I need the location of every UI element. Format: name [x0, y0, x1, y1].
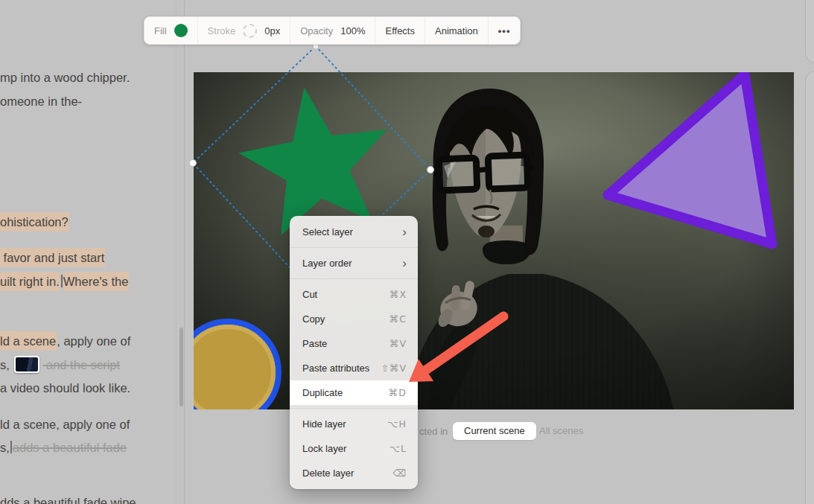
menu-item-paste-attributes[interactable]: Paste attributes⇧⌘V [290, 356, 418, 380]
stroke-width-value[interactable]: 0px [264, 25, 280, 36]
script-text-segment: favor and just start [0, 248, 105, 267]
more-options-button[interactable]: ••• [489, 17, 521, 44]
stroke-label: Stroke [208, 25, 236, 36]
script-line[interactable]: s, and the script [0, 356, 120, 373]
script-line[interactable]: ohistication? [0, 214, 69, 230]
script-line[interactable]: omeone in the- [0, 93, 82, 109]
menu-item-cut[interactable]: Cut⌘X [290, 282, 418, 307]
effects-button[interactable]: Effects [375, 17, 425, 44]
chevron-right-icon: › [402, 257, 407, 269]
menu-item-shortcut: ⌘C [389, 313, 407, 325]
menu-item-label: Duplicate [302, 387, 343, 398]
context-menu: Select layer›Layer order›Cut⌘XCopy⌘CPast… [290, 216, 418, 489]
menu-item-delete-layer[interactable]: Delete layer⌫ [290, 461, 418, 485]
text-cursor [61, 275, 63, 287]
menu-item-paste[interactable]: Paste⌘V [290, 331, 418, 356]
fill-color-swatch-icon[interactable] [174, 24, 188, 37]
opacity-label: Opacity [300, 25, 333, 36]
selected-in-label: cted in [419, 426, 448, 437]
video-frame [194, 72, 794, 409]
menu-item-shortcut: ⇧⌘V [381, 363, 407, 374]
menu-item-shortcut: ⌥H [387, 418, 407, 430]
script-text-segment: omeone in the- [0, 95, 82, 108]
menu-item-duplicate[interactable]: Duplicate⌘D [290, 380, 418, 405]
menu-divider [290, 408, 418, 409]
script-line[interactable]: mp into a wood chipper. [0, 69, 130, 86]
script-text-segment: , apply one of [57, 334, 130, 348]
script-text-segment: ld a scene [0, 331, 57, 351]
menu-item-layer-order[interactable]: Layer order› [290, 251, 418, 275]
script-text-segment: a video should look like. [0, 381, 130, 395]
menu-item-label: Layer order [302, 258, 352, 269]
animation-button[interactable]: Animation [425, 17, 489, 44]
all-scenes-button[interactable]: All scenes [539, 422, 583, 440]
ellipsis-icon: ••• [498, 25, 511, 36]
script-line[interactable]: ld a scene, apply one of [0, 333, 130, 349]
current-scene-button[interactable]: Current scene [453, 422, 536, 440]
script-scrollbar-thumb[interactable] [179, 328, 183, 406]
menu-item-label: Copy [302, 313, 325, 325]
menu-item-lock-layer[interactable]: Lock layer⌥L [290, 436, 418, 461]
right-edge-panel [805, 0, 814, 63]
opacity-control[interactable]: Opacity 100% [290, 17, 375, 44]
script-text-segment: dds a beautiful fade wipe [0, 496, 136, 504]
video-canvas[interactable] [194, 72, 794, 409]
script-text-segment: Where's the [63, 272, 130, 291]
menu-item-label: Lock layer [302, 443, 346, 454]
menu-item-shortcut: ⌥L [389, 443, 407, 454]
script-text-segment: mp into a wood chipper. [0, 71, 130, 84]
menu-item-label: Hide layer [302, 418, 346, 430]
stroke-control[interactable]: Stroke 0px [198, 17, 291, 44]
stroke-color-swatch-icon[interactable] [243, 24, 257, 38]
effects-label: Effects [385, 25, 415, 36]
script-line[interactable]: favor and just start [0, 249, 105, 266]
inline-video-thumbnail[interactable] [14, 356, 39, 373]
fill-label: Fill [154, 25, 167, 36]
shape-toolbar: Fill Stroke 0px Opacity 100% Effects Ani… [144, 16, 521, 45]
script-text-segment: ohistication? [0, 212, 69, 232]
animation-label: Animation [435, 25, 478, 36]
chevron-right-icon: › [402, 226, 407, 238]
menu-item-select-layer[interactable]: Select layer› [290, 220, 418, 244]
menu-item-label: Select layer [302, 226, 353, 237]
script-line[interactable]: a video should look like. [0, 380, 130, 396]
menu-item-label: Cut [302, 289, 317, 300]
fill-control[interactable]: Fill [144, 17, 198, 44]
menu-item-label: Paste [302, 338, 327, 349]
menu-item-copy[interactable]: Copy⌘C [290, 307, 418, 331]
script-text-segment: uilt right in. [0, 272, 60, 291]
script-line[interactable]: uilt right in.Where's the [0, 273, 129, 290]
circle-shape[interactable] [194, 322, 279, 409]
script-text-segment: and the script [42, 358, 120, 371]
menu-item-shortcut: ⌘V [389, 338, 407, 349]
opacity-value[interactable]: 100% [340, 25, 365, 36]
menu-divider [290, 247, 418, 248]
menu-item-shortcut: ⌘D [389, 387, 407, 398]
script-line[interactable]: dds a beautiful fade wipe [0, 494, 136, 504]
menu-divider [290, 278, 418, 279]
script-text-segment: s, [0, 358, 13, 371]
menu-item-label: Delete layer [302, 468, 354, 479]
menu-item-shortcut: ⌘X [389, 289, 407, 300]
menu-item-label: Paste attributes [302, 363, 369, 374]
menu-item-hide-layer[interactable]: Hide layer⌥H [290, 412, 418, 436]
menu-item-shortcut: ⌫ [392, 468, 407, 479]
